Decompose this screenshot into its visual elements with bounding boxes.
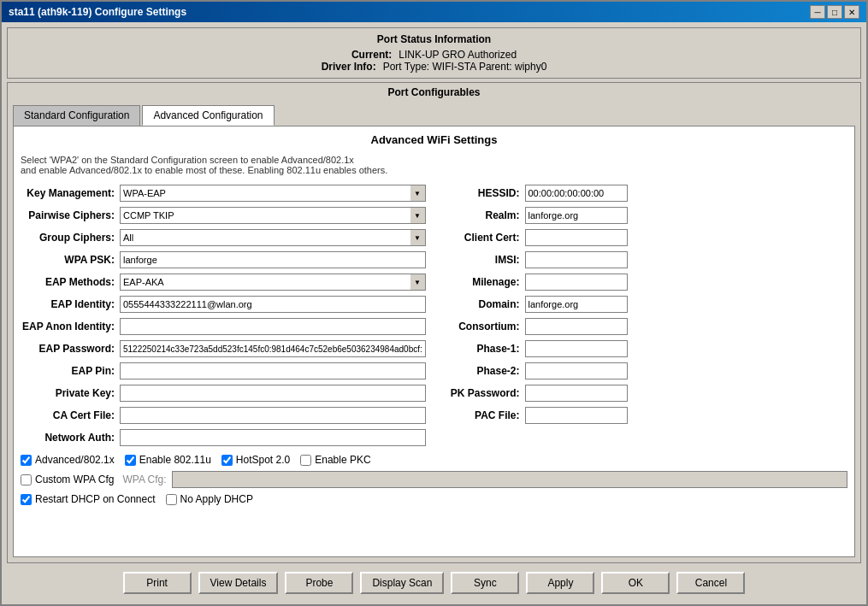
- milenage-input[interactable]: [525, 274, 628, 291]
- enable-pkc-checkbox[interactable]: [300, 455, 311, 466]
- info-text: Select 'WPA2' on the Standard Configurat…: [21, 155, 847, 175]
- realm-row: Realm:: [443, 206, 848, 225]
- cancel-button[interactable]: Cancel: [676, 572, 745, 594]
- key-management-input[interactable]: [120, 185, 426, 202]
- maximize-button[interactable]: □: [827, 5, 842, 19]
- milenage-row: Milenage:: [443, 273, 848, 291]
- imsi-input[interactable]: [525, 251, 628, 268]
- hessid-input[interactable]: [525, 185, 628, 202]
- eap-methods-row: EAP Methods: ▼: [21, 273, 426, 291]
- eap-methods-input[interactable]: [120, 274, 426, 291]
- view-details-button[interactable]: View Details: [198, 572, 279, 594]
- custom-wpa-cfg-row: Custom WPA Cfg WPA Cfg:: [21, 471, 847, 488]
- milenage-label: Milenage:: [443, 276, 520, 288]
- settings-grid: Key Management: ▼ Pairwise Ciphers:: [21, 184, 847, 447]
- eap-identity-row: EAP Identity:: [21, 295, 426, 314]
- domain-label: Domain:: [443, 298, 520, 310]
- wpa-psk-label: WPA PSK:: [21, 254, 115, 266]
- tab-advanced-configuration[interactable]: Advanced Configuration: [142, 105, 274, 126]
- pk-password-input[interactable]: [525, 385, 628, 402]
- custom-wpa-cfg-item: Custom WPA Cfg: [21, 474, 114, 485]
- apply-button[interactable]: Apply: [526, 572, 594, 594]
- pk-password-row: PK Password:: [443, 384, 848, 403]
- private-key-input[interactable]: [120, 385, 426, 402]
- phase1-label: Phase-1:: [443, 343, 520, 355]
- eap-anon-identity-label: EAP Anon Identity:: [21, 321, 115, 332]
- phase2-row: Phase-2:: [443, 362, 848, 380]
- restart-dhcp-checkbox[interactable]: [21, 494, 32, 505]
- no-apply-dhcp-item: No Apply DHCP: [166, 493, 253, 505]
- window-title: sta11 (ath9k-119) Configure Settings: [9, 6, 186, 18]
- probe-button[interactable]: Probe: [285, 572, 353, 594]
- bottom-buttons: Print View Details Probe Display Scan Sy…: [7, 567, 861, 599]
- phase2-input[interactable]: [525, 362, 628, 379]
- key-management-label: Key Management:: [21, 187, 115, 199]
- private-key-row: Private Key:: [21, 384, 426, 403]
- custom-wpa-cfg-checkbox[interactable]: [21, 474, 32, 485]
- main-window: sta11 (ath9k-119) Configure Settings ─ □…: [0, 0, 868, 606]
- enable-pkc-item: Enable PKC: [300, 454, 370, 466]
- wpa-cfg-input[interactable]: [172, 471, 847, 488]
- enable-802-11u-checkbox[interactable]: [125, 455, 136, 466]
- pairwise-ciphers-wrapper: ▼: [120, 207, 426, 224]
- eap-anon-identity-row: EAP Anon Identity:: [21, 317, 426, 336]
- port-configurables: Port Configurables Standard Configuratio…: [7, 82, 861, 563]
- driver-label: Driver Info:: [322, 61, 376, 73]
- client-cert-label: Client Cert:: [443, 232, 520, 244]
- eap-methods-wrapper: ▼: [120, 274, 426, 291]
- key-management-wrapper: ▼: [120, 185, 426, 202]
- tab-content-advanced: Advanced WiFi Settings Select 'WPA2' on …: [13, 126, 855, 557]
- checkbox-row-1: Advanced/802.1x Enable 802.11u HotSpot 2…: [21, 454, 847, 466]
- phase1-row: Phase-1:: [443, 339, 848, 358]
- wpa-psk-row: WPA PSK:: [21, 250, 426, 269]
- realm-input[interactable]: [525, 207, 628, 224]
- group-ciphers-wrapper: ▼: [120, 229, 426, 246]
- minimize-button[interactable]: ─: [810, 5, 825, 19]
- pac-file-input[interactable]: [525, 407, 628, 424]
- display-scan-button[interactable]: Display Scan: [360, 572, 444, 594]
- wpa-cfg-text-label: WPA Cfg:: [122, 474, 166, 485]
- imsi-row: IMSI:: [443, 250, 848, 269]
- tabs-container: Standard Configuration Advanced Configur…: [8, 102, 860, 126]
- hotspot-2-0-item: HotSpot 2.0: [221, 454, 290, 466]
- private-key-label: Private Key:: [21, 387, 115, 399]
- eap-pin-row: EAP Pin:: [21, 362, 426, 380]
- port-status-title: Port Status Information: [16, 33, 852, 45]
- eap-pin-input[interactable]: [120, 362, 426, 379]
- port-status-section: Port Status Information Current: LINK-UP…: [7, 27, 861, 79]
- eap-password-input[interactable]: [120, 340, 426, 357]
- advanced-802-1x-checkbox[interactable]: [21, 455, 32, 466]
- sync-button[interactable]: Sync: [451, 572, 519, 594]
- consortium-input[interactable]: [525, 318, 628, 335]
- print-button[interactable]: Print: [123, 572, 192, 594]
- hessid-row: HESSID:: [443, 184, 848, 203]
- ca-cert-file-input[interactable]: [120, 407, 426, 424]
- ok-button[interactable]: OK: [601, 572, 670, 594]
- pk-password-label: PK Password:: [443, 387, 520, 399]
- eap-anon-identity-input[interactable]: [120, 318, 426, 335]
- no-apply-dhcp-label: No Apply DHCP: [180, 493, 253, 505]
- no-apply-dhcp-checkbox[interactable]: [166, 494, 177, 505]
- eap-password-label: EAP Password:: [21, 343, 115, 355]
- tab-standard-configuration[interactable]: Standard Configuration: [13, 105, 140, 126]
- network-auth-label: Network Auth:: [21, 432, 115, 444]
- eap-pin-label: EAP Pin:: [21, 365, 115, 377]
- pairwise-ciphers-input[interactable]: [120, 207, 426, 224]
- realm-label: Realm:: [443, 209, 520, 221]
- checkboxes-section: Advanced/802.1x Enable 802.11u HotSpot 2…: [21, 454, 847, 505]
- domain-input[interactable]: [525, 296, 628, 313]
- current-label: Current:: [351, 49, 392, 61]
- enable-pkc-label: Enable PKC: [315, 454, 370, 466]
- group-ciphers-input[interactable]: [120, 229, 426, 246]
- client-cert-input[interactable]: [525, 229, 628, 246]
- eap-identity-input[interactable]: [120, 296, 426, 313]
- network-auth-input[interactable]: [120, 429, 426, 446]
- network-auth-row: Network Auth:: [21, 428, 426, 447]
- phase1-input[interactable]: [525, 340, 628, 357]
- hotspot-2-0-checkbox[interactable]: [221, 455, 233, 466]
- enable-802-11u-item: Enable 802.11u: [125, 454, 211, 466]
- wpa-psk-input[interactable]: [120, 251, 426, 268]
- title-bar-buttons: ─ □ ✕: [810, 5, 859, 19]
- title-bar: sta11 (ath9k-119) Configure Settings ─ □…: [2, 2, 866, 22]
- close-button[interactable]: ✕: [844, 5, 859, 19]
